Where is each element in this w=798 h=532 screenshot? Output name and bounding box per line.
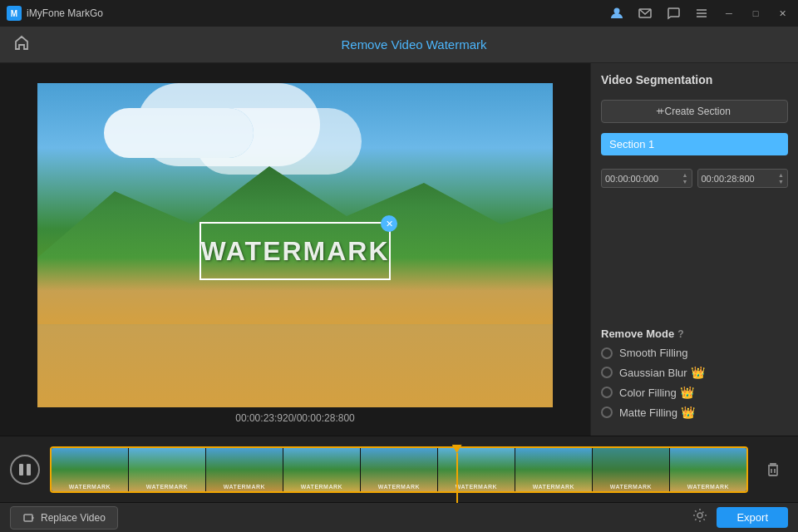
main-content: WATERMARK ✕ 00:00:23:920/00:00:28:800 Vi… bbox=[0, 63, 798, 436]
mode-matte-label: Matte Filling 👑 bbox=[619, 406, 695, 419]
segmentation-title: Video Segmentation bbox=[601, 73, 788, 86]
time-end-down[interactable]: ▼ bbox=[778, 179, 784, 185]
nav-title: Remove Video Watermark bbox=[43, 37, 785, 52]
radio-gaussian[interactable] bbox=[601, 367, 613, 378]
film-label-6: WATERMARK bbox=[456, 484, 497, 490]
right-panel: Video Segmentation + + Create Section Se… bbox=[590, 63, 798, 436]
film-frame-2: WATERMARK bbox=[129, 448, 206, 491]
mode-smooth-filling[interactable]: Smooth Filling bbox=[601, 347, 788, 359]
time-end-input[interactable]: 00:00:28:800 ▲ ▼ bbox=[697, 169, 789, 188]
radio-color[interactable] bbox=[601, 387, 613, 398]
watermark-text: WATERMARK bbox=[200, 236, 389, 267]
mode-smooth-label: Smooth Filling bbox=[619, 347, 687, 359]
radio-smooth[interactable] bbox=[601, 347, 613, 359]
mode-gaussian-label: Gaussian Blur 👑 bbox=[619, 366, 705, 379]
create-section-button[interactable]: + + Create Section bbox=[601, 100, 788, 123]
title-bar: M iMyFone MarkGo ─ □ ✕ bbox=[0, 0, 798, 27]
crown-color-icon: 👑 bbox=[680, 386, 694, 399]
film-label-4: WATERMARK bbox=[301, 484, 342, 490]
time-end-up[interactable]: ▲ bbox=[778, 172, 784, 178]
film-frame-4: WATERMARK bbox=[283, 448, 361, 491]
crown-gaussian-icon: 👑 bbox=[691, 366, 705, 379]
svg-rect-5 bbox=[19, 464, 23, 475]
mode-color-filling[interactable]: Color Filling 👑 bbox=[601, 386, 788, 399]
radio-matte[interactable] bbox=[601, 406, 613, 418]
film-label-7: WATERMARK bbox=[533, 484, 574, 490]
film-label-9: WATERMARK bbox=[687, 484, 729, 490]
video-timestamp: 00:00:23:920/00:00:28:800 bbox=[235, 412, 354, 424]
export-button[interactable]: Export bbox=[717, 507, 788, 528]
video-area: WATERMARK ✕ 00:00:23:920/00:00:28:800 bbox=[0, 63, 590, 436]
film-label-5: WATERMARK bbox=[378, 484, 420, 490]
remove-mode-title: Remove Mode ? bbox=[601, 328, 788, 340]
panel-spacer bbox=[601, 198, 788, 314]
film-frame-6: WATERMARK bbox=[438, 448, 515, 491]
video-container: WATERMARK ✕ bbox=[37, 83, 553, 407]
remove-watermark-handle[interactable]: ✕ bbox=[381, 215, 397, 232]
create-section-label: + Create Section bbox=[656, 106, 731, 117]
replace-video-button[interactable]: Replace Video bbox=[10, 506, 118, 530]
film-frame-7: WATERMARK bbox=[515, 448, 593, 491]
bottom-right: Export bbox=[692, 507, 788, 528]
svg-rect-6 bbox=[27, 464, 31, 475]
chat-icon-btn[interactable] bbox=[663, 3, 683, 23]
film-label-3: WATERMARK bbox=[224, 484, 265, 490]
navbar: Remove Video Watermark bbox=[0, 27, 798, 63]
film-label-8: WATERMARK bbox=[610, 484, 652, 490]
time-start-up[interactable]: ▲ bbox=[682, 172, 688, 178]
mode-matte-filling[interactable]: Matte Filling 👑 bbox=[601, 406, 788, 419]
film-label-2: WATERMARK bbox=[146, 484, 188, 490]
mode-gaussian-blur[interactable]: Gaussian Blur 👑 bbox=[601, 366, 788, 379]
delete-button[interactable] bbox=[760, 456, 786, 483]
app-title-text: iMyFone MarkGo bbox=[27, 7, 103, 19]
remove-mode-section: Remove Mode ? Smooth Filling Gaussian Bl… bbox=[601, 328, 788, 426]
mode-color-label: Color Filling 👑 bbox=[619, 386, 694, 399]
play-pause-button[interactable] bbox=[10, 455, 40, 485]
replace-icon bbox=[22, 511, 36, 525]
time-end-spinners[interactable]: ▲ ▼ bbox=[778, 172, 784, 185]
filmstrip: WATERMARK WATERMARK WATERMARK WATERMARK … bbox=[50, 446, 748, 493]
filmstrip-container: WATERMARK WATERMARK WATERMARK WATERMARK … bbox=[0, 436, 798, 502]
film-frame-8: WATERMARK bbox=[593, 448, 670, 491]
time-start-down[interactable]: ▼ bbox=[682, 179, 688, 185]
menu-icon-btn[interactable] bbox=[692, 3, 712, 23]
section-1-item[interactable]: Section 1 bbox=[601, 133, 788, 155]
time-start-input[interactable]: 00:00:00:000 ▲ ▼ bbox=[601, 169, 692, 188]
home-button[interactable] bbox=[13, 34, 30, 55]
settings-button[interactable] bbox=[692, 507, 708, 528]
titlebar-left: M iMyFone MarkGo bbox=[7, 6, 103, 21]
time-start-spinners[interactable]: ▲ ▼ bbox=[682, 172, 688, 185]
user-icon-btn[interactable] bbox=[607, 3, 627, 23]
minimize-button[interactable]: ─ bbox=[720, 4, 738, 22]
film-frame-1: WATERMARK bbox=[52, 448, 129, 491]
film-frame-3: WATERMARK bbox=[206, 448, 283, 491]
maximize-button[interactable]: □ bbox=[746, 4, 765, 22]
svg-rect-10 bbox=[24, 515, 32, 521]
titlebar-controls: ─ □ ✕ bbox=[607, 3, 791, 23]
close-button[interactable]: ✕ bbox=[773, 4, 791, 22]
watermark-selection-box[interactable]: WATERMARK ✕ bbox=[200, 222, 391, 280]
time-range: 00:00:00:000 ▲ ▼ 00:00:28:800 ▲ ▼ bbox=[601, 169, 788, 188]
film-frame-5: WATERMARK bbox=[361, 448, 438, 491]
bottom-bar: Replace Video Export bbox=[0, 502, 798, 532]
app-logo: M bbox=[7, 6, 22, 21]
crown-matte-icon: 👑 bbox=[681, 406, 695, 419]
mail-icon-btn[interactable] bbox=[635, 3, 655, 23]
svg-point-0 bbox=[614, 8, 620, 14]
svg-rect-7 bbox=[769, 466, 777, 475]
svg-point-12 bbox=[697, 513, 702, 518]
time-end-value: 00:00:28:800 bbox=[702, 174, 755, 184]
time-start-value: 00:00:00:000 bbox=[605, 174, 658, 184]
film-label-1: WATERMARK bbox=[69, 484, 111, 490]
film-frame-9: WATERMARK bbox=[670, 448, 746, 491]
replace-video-label: Replace Video bbox=[41, 512, 106, 524]
question-icon[interactable]: ? bbox=[677, 328, 683, 340]
